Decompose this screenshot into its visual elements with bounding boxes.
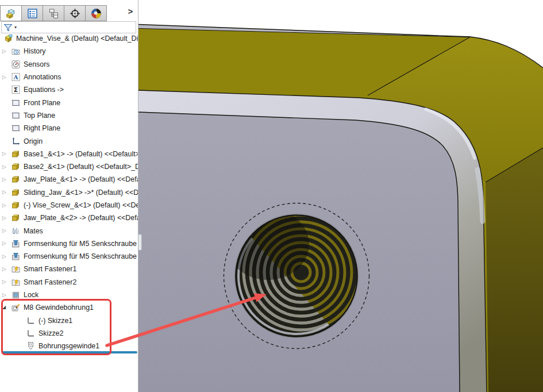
expander-icon[interactable]: ▷ bbox=[2, 75, 11, 80]
tree-item[interactable]: ▷Formsenkung für M5 Senkschraube m bbox=[0, 237, 138, 250]
smart-fastener-icon bbox=[11, 264, 21, 274]
history-icon bbox=[11, 47, 21, 56]
tree-item[interactable]: ▷Base1_&<1> -> (Default) <<Default>_ bbox=[0, 148, 138, 160]
tree-item-label: Jaw_Plate_&<1> -> (Default) <<Defa bbox=[24, 175, 138, 183]
expander-icon[interactable]: ▷ bbox=[2, 241, 11, 246]
panel-overflow-button[interactable]: > bbox=[126, 6, 135, 16]
tree-item-label: Base2_&<1> (Default) <<Default>_D bbox=[24, 163, 138, 171]
tree-item[interactable]: ◢M8 Gewindebohrung1 bbox=[0, 301, 138, 314]
hole-wizard-icon bbox=[11, 303, 21, 312]
tree-filter[interactable]: ▾ bbox=[1, 21, 136, 33]
part-side-face bbox=[486, 148, 543, 392]
component-icon bbox=[11, 162, 21, 171]
tree-item-label: Skizze2 bbox=[38, 329, 63, 337]
feature-manager-panel: > ▾ Machine_Vise_& (Default) <Default_Di… bbox=[0, 0, 138, 392]
tree-item[interactable]: ▷(-) Vise_Screw_&<1> (Default) <<De bbox=[0, 199, 138, 212]
tree-item-label: Bohrungsgewinde1 bbox=[38, 342, 99, 350]
tree-item-label: Mates bbox=[24, 227, 43, 235]
tree-item-label: Right Plane bbox=[24, 124, 60, 132]
tree-item-label: History bbox=[24, 47, 46, 55]
tree-item-label: Equations -> bbox=[24, 86, 64, 94]
tab-feature-manager[interactable] bbox=[0, 5, 22, 21]
tree-item[interactable]: ▷Jaw_Plate_&<1> -> (Default) <<Defa bbox=[0, 173, 138, 186]
equations-icon bbox=[11, 85, 21, 94]
expander-icon[interactable]: ◢ bbox=[2, 305, 11, 310]
tree-item[interactable]: ▷Annotations bbox=[0, 71, 138, 83]
tree-item-label: M8 Gewindebohrung1 bbox=[24, 303, 94, 312]
expander-icon[interactable]: ▷ bbox=[2, 216, 11, 221]
display-manager-icon bbox=[90, 7, 102, 20]
plane-icon bbox=[11, 124, 21, 133]
tree-item[interactable]: ▷Lock bbox=[0, 289, 138, 301]
tree-item[interactable]: (-) Skizze1 bbox=[0, 314, 138, 327]
tree-item-label: Sensors bbox=[24, 60, 49, 68]
tree-item[interactable]: Equations -> bbox=[0, 83, 138, 96]
tree-item-label: Sliding_Jaw_&<1> ->* (Default) <<D bbox=[24, 189, 138, 197]
expander-icon[interactable]: ▷ bbox=[2, 203, 11, 208]
expander-icon[interactable]: ▷ bbox=[2, 228, 11, 233]
tree-item[interactable]: ▷History bbox=[0, 45, 138, 57]
tree-item-label: Formsenkung für M5 Senkschraube m bbox=[24, 240, 138, 248]
tree-item[interactable]: ▷Smart Fastener2 bbox=[0, 276, 138, 289]
tree-item-label: (-) Vise_Screw_&<1> (Default) <<De bbox=[24, 201, 138, 209]
expander-icon[interactable]: ▷ bbox=[2, 279, 11, 285]
tree-item[interactable]: Skizze2 bbox=[0, 327, 138, 340]
expander-icon[interactable]: ▷ bbox=[2, 293, 11, 298]
tree-item-label: Base1_&<1> -> (Default) <<Default>_ bbox=[24, 150, 138, 158]
tree-item-label: Formsenkung für M5 Senkschraube m bbox=[24, 252, 138, 260]
sketch-icon bbox=[26, 316, 36, 325]
expander-icon[interactable]: ▷ bbox=[2, 177, 11, 182]
tree-item[interactable]: ▷Jaw_Plate_&<2> -> (Default) <<Defa bbox=[0, 212, 138, 224]
expander-icon[interactable]: ▷ bbox=[2, 267, 11, 272]
tab-configuration-manager[interactable] bbox=[43, 5, 64, 21]
tab-dimxpert-manager[interactable] bbox=[64, 5, 86, 21]
component-icon bbox=[11, 213, 21, 222]
tree-item[interactable]: Origin bbox=[0, 134, 138, 147]
configuration-manager-icon bbox=[48, 7, 60, 20]
expander-icon[interactable]: ▷ bbox=[2, 190, 11, 195]
expander-icon[interactable]: ▷ bbox=[2, 164, 11, 170]
tree-item[interactable]: Right Plane bbox=[0, 122, 138, 134]
mates-icon bbox=[11, 226, 21, 236]
assembly-icon bbox=[3, 34, 13, 43]
tree-scrollbar-thumb[interactable] bbox=[138, 234, 142, 251]
hole-series-icon bbox=[11, 239, 21, 248]
feature-manager-icon bbox=[5, 7, 17, 20]
plane-icon bbox=[11, 98, 21, 107]
tree-item-label: Smart Fastener1 bbox=[24, 265, 76, 273]
tree-item[interactable]: ▷Smart Fastener1 bbox=[0, 263, 138, 275]
tree-item[interactable]: Machine_Vise_& (Default) <Default_Displ bbox=[0, 32, 138, 45]
filter-dropdown-icon[interactable]: ▾ bbox=[14, 25, 17, 30]
tree-item[interactable]: Front Plane bbox=[0, 96, 138, 109]
tree-item[interactable]: ▷Sliding_Jaw_&<1> ->* (Default) <<D bbox=[0, 186, 138, 199]
component-icon bbox=[11, 149, 21, 159]
tree-item[interactable]: ▷Mates bbox=[0, 224, 138, 237]
rollback-bar[interactable] bbox=[2, 351, 137, 353]
tree-item-label: Jaw_Plate_&<2> -> (Default) <<Defa bbox=[24, 214, 138, 222]
thread-icon bbox=[26, 341, 36, 351]
tree-item-label: (-) Skizze1 bbox=[38, 317, 72, 325]
expander-icon[interactable]: ▷ bbox=[2, 254, 11, 259]
tree-item-label: Front Plane bbox=[24, 99, 60, 107]
filter-funnel-icon bbox=[3, 23, 13, 32]
tab-display-manager[interactable] bbox=[85, 5, 107, 21]
tree-item[interactable]: ▷Base2_&<1> (Default) <<Default>_D bbox=[0, 160, 138, 173]
property-manager-icon bbox=[26, 7, 38, 20]
tree-item[interactable]: Top Plane bbox=[0, 109, 138, 122]
tab-property-manager[interactable] bbox=[21, 5, 43, 21]
component-icon bbox=[11, 175, 21, 184]
origin-icon bbox=[11, 137, 21, 146]
expander-icon[interactable]: ▷ bbox=[2, 49, 11, 54]
expander-icon[interactable]: ▷ bbox=[2, 151, 11, 156]
feature-tree: Machine_Vise_& (Default) <Default_Displ▷… bbox=[0, 32, 138, 352]
panel-tabs bbox=[0, 5, 107, 22]
tree-item[interactable]: ▷Formsenkung für M5 Senkschraube m bbox=[0, 250, 138, 263]
graphics-viewport[interactable] bbox=[138, 0, 543, 392]
component-icon bbox=[11, 201, 21, 210]
tree-item[interactable]: Sensors bbox=[0, 58, 138, 71]
tree-item-label: Annotations bbox=[24, 73, 61, 81]
lock-icon bbox=[11, 290, 21, 299]
plane-icon bbox=[11, 111, 21, 120]
tree-item-label: Origin bbox=[24, 137, 43, 145]
sensors-icon bbox=[11, 60, 21, 69]
